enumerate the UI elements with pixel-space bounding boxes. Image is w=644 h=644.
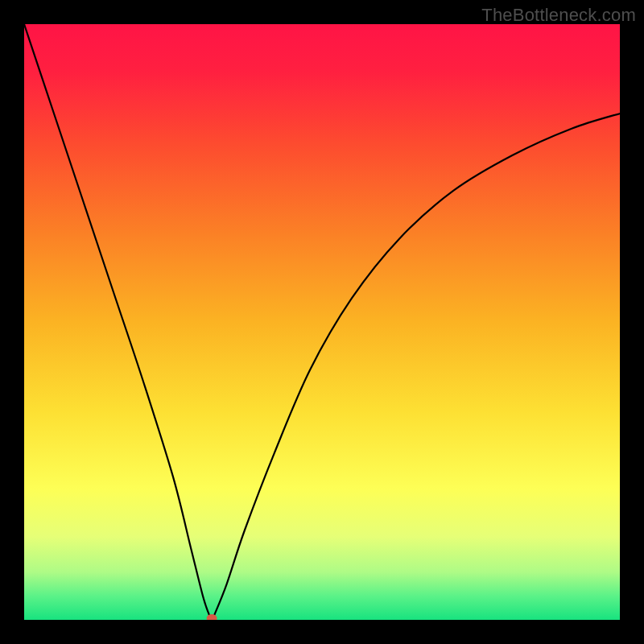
chart-svg xyxy=(24,24,620,620)
plot-area xyxy=(24,24,620,620)
chart-frame: TheBottleneck.com xyxy=(0,0,644,644)
gradient-background xyxy=(24,24,620,620)
watermark-text: TheBottleneck.com xyxy=(481,5,636,26)
